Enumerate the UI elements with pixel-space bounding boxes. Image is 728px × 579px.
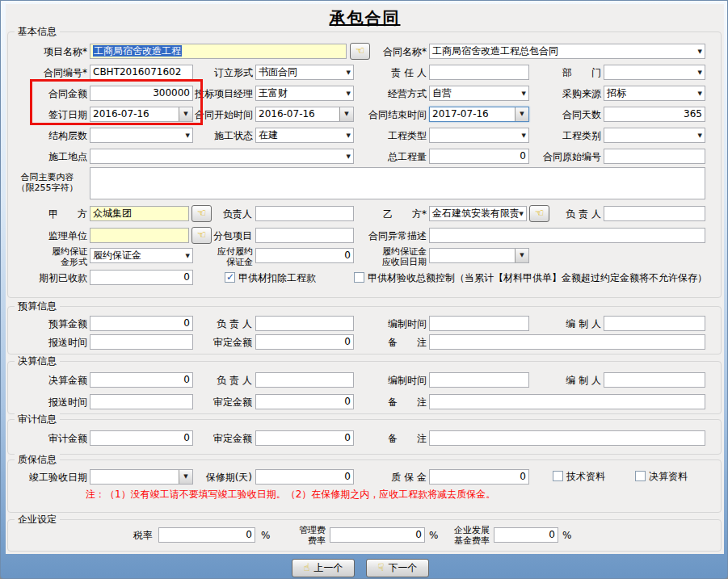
- project-name-input[interactable]: 工商局宿舍改造工程: [90, 44, 347, 59]
- budget-approved-input[interactable]: 0: [255, 334, 354, 350]
- contract-days-input[interactable]: 365: [604, 107, 705, 122]
- initial-received-input[interactable]: 0: [90, 270, 193, 285]
- contract-amount-input[interactable]: 300000: [90, 86, 193, 101]
- department-label: 部 门: [534, 65, 601, 81]
- start-date-value: 2016-07-16: [259, 108, 315, 120]
- bond-payable-input[interactable]: 0: [255, 248, 354, 263]
- structure-floors-select[interactable]: ▼: [90, 128, 193, 143]
- subcontract-input[interactable]: [255, 228, 354, 243]
- next-button[interactable]: ☟下一个: [366, 559, 429, 577]
- contract-no-label: 合同编号*: [7, 65, 87, 81]
- budget-submit-time-input[interactable]: [90, 334, 193, 350]
- chevron-down-icon: ▼: [698, 48, 702, 55]
- final-submit-time-input[interactable]: [90, 394, 193, 409]
- end-date-picker[interactable]: 2017-07-16▼: [429, 107, 529, 122]
- audit-amount-input[interactable]: 0: [90, 430, 193, 446]
- operation-mode-select[interactable]: 自营▼: [429, 86, 529, 101]
- end-date-value: 2017-07-16: [432, 108, 489, 120]
- budget-compile-time-input[interactable]: [429, 316, 529, 331]
- budget-head-input[interactable]: [255, 316, 354, 331]
- construction-status-select[interactable]: 在建▼: [255, 128, 354, 143]
- original-no-input[interactable]: [604, 149, 705, 164]
- final-head-input[interactable]: [255, 372, 354, 388]
- prev-button[interactable]: ☝上一个: [292, 559, 355, 577]
- final-approved-label: 审定金额: [195, 395, 252, 410]
- group-warranty-title: 质保信息: [15, 454, 60, 465]
- budget-amount-input[interactable]: 0: [90, 316, 193, 331]
- end-date-label: 合同结束时间: [360, 107, 427, 123]
- chevron-down-icon: ▼: [520, 211, 524, 217]
- final-compiler-input[interactable]: [604, 372, 705, 388]
- dev-fund-input[interactable]: 0: [494, 527, 558, 543]
- bond-return-date-label-line1: 履约保证金: [382, 246, 427, 257]
- contract-amount-label: 合同金额: [7, 86, 87, 102]
- party-b-select[interactable]: 金石建筑安装有限责▼: [429, 206, 527, 221]
- project-category-select[interactable]: ▼: [604, 128, 705, 143]
- project-category-label: 工程类别: [534, 128, 601, 144]
- main-content-textarea[interactable]: [90, 167, 705, 199]
- material-control-label: 甲供材验收总额控制（当累计【材料甲供单】金额超过约定金额将不允许保存）: [368, 271, 707, 284]
- calendar-dropdown-icon[interactable]: ▼: [339, 107, 353, 121]
- abnormal-desc-input[interactable]: [429, 228, 705, 243]
- contract-no-input[interactable]: CBHT2016071602: [90, 65, 193, 80]
- location-select[interactable]: ▼: [90, 149, 354, 164]
- tech-docs-checkbox[interactable]: [553, 471, 563, 481]
- final-remark-input[interactable]: [429, 394, 705, 409]
- final-compile-time-input[interactable]: [429, 372, 529, 388]
- final-approved-input[interactable]: 0: [255, 394, 354, 409]
- party-b-head-input[interactable]: [604, 206, 705, 221]
- budget-compiler-input[interactable]: [604, 316, 705, 331]
- project-type-select[interactable]: ▼: [429, 128, 529, 143]
- party-a-head-input[interactable]: [255, 206, 354, 221]
- budget-submit-time-label: 报送时间: [7, 335, 87, 350]
- bond-return-date-label-line2: 应收回日期: [382, 257, 427, 267]
- retention-input[interactable]: 0: [429, 469, 529, 485]
- calendar-dropdown-icon[interactable]: ▼: [515, 107, 528, 121]
- audit-approved-input[interactable]: 0: [255, 430, 354, 446]
- tax-rate-percent: %: [261, 528, 270, 543]
- calendar-dropdown-icon[interactable]: ▼: [515, 249, 528, 262]
- bond-return-date-picker[interactable]: ▼: [429, 248, 529, 263]
- bid-manager-value: 王富财: [259, 87, 288, 99]
- budget-remark-input[interactable]: [429, 334, 705, 350]
- final-head-label: 负 责 人: [195, 373, 252, 388]
- final-amount-input[interactable]: 0: [90, 372, 193, 388]
- initial-received-label: 期初已收款: [7, 271, 87, 286]
- page-title: 承包合同: [1, 7, 728, 29]
- total-quantity-input[interactable]: 0: [429, 149, 529, 164]
- party-a-input[interactable]: 众城集团: [90, 206, 189, 221]
- subcontract-label: 分包项目: [195, 229, 252, 244]
- department-select[interactable]: ▼: [604, 65, 705, 80]
- main-content-label-line2: （限255字符）: [17, 183, 78, 193]
- mgmt-fee-input[interactable]: 0: [330, 527, 425, 543]
- budget-head-label: 负 责 人: [195, 317, 252, 332]
- audit-remark-input[interactable]: [429, 430, 705, 446]
- tax-rate-input[interactable]: 0: [158, 527, 255, 543]
- calendar-dropdown-icon[interactable]: ▼: [179, 470, 192, 484]
- mgmt-fee-label-line1: 管理费: [299, 525, 326, 535]
- material-control-checkbox[interactable]: [354, 272, 364, 283]
- hand-up-icon: ☝: [304, 561, 310, 573]
- final-docs-checkbox[interactable]: [635, 471, 646, 481]
- warranty-days-input[interactable]: 0: [255, 469, 354, 485]
- start-date-picker[interactable]: 2016-07-16▼: [255, 107, 354, 122]
- final-docs-label: 决算资料: [649, 470, 688, 483]
- mgmt-fee-label: 管理费费率: [280, 525, 326, 546]
- budget-compiler-label: 编 制 人: [534, 317, 601, 332]
- bid-manager-select[interactable]: 王富财▼: [255, 86, 354, 101]
- party-b-label: 乙 方*: [364, 207, 427, 222]
- responsible-input[interactable]: [429, 65, 529, 80]
- form-type-select[interactable]: 书面合同▼: [255, 65, 354, 80]
- audit-remark-label: 备 注: [364, 431, 427, 447]
- acceptance-date-picker[interactable]: ▼: [90, 469, 193, 485]
- group-budget-title: 预算信息: [15, 300, 60, 312]
- tax-rate-label: 税率: [98, 528, 153, 543]
- procurement-source-select[interactable]: 招标▼: [604, 86, 705, 101]
- supervisor-input[interactable]: [90, 228, 189, 243]
- sign-date-picker[interactable]: 2016-07-16▼: [90, 107, 193, 122]
- chevron-down-icon: ▼: [347, 132, 351, 139]
- contract-name-select[interactable]: 工商局宿舍改造工程总包合同▼: [429, 44, 705, 59]
- bond-form-select[interactable]: 履约保证金▼: [90, 248, 193, 263]
- deduct-material-checkbox[interactable]: [225, 272, 235, 283]
- warranty-days-label: 保修期(天): [195, 470, 252, 485]
